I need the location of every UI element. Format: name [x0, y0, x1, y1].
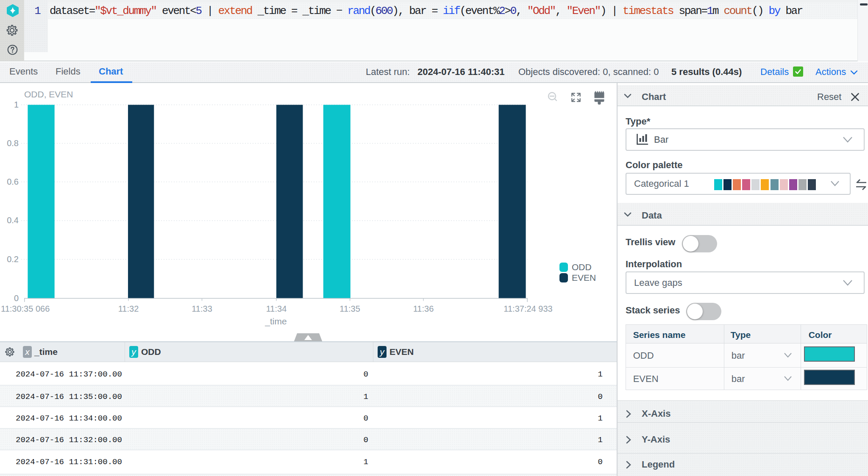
svg-text:11:33: 11:33	[192, 304, 212, 313]
svg-text:11:36: 11:36	[413, 304, 434, 313]
svg-text:0.4: 0.4	[7, 216, 19, 225]
svg-text:11:30:35 066: 11:30:35 066	[1, 304, 50, 313]
svg-text:0.6: 0.6	[7, 177, 19, 186]
svg-text:ODD: ODD	[572, 262, 592, 272]
svg-text:1: 1	[14, 100, 19, 109]
svg-text:_time: _time	[264, 316, 287, 327]
svg-text:11:32: 11:32	[118, 304, 139, 313]
svg-text:0: 0	[14, 293, 19, 303]
svg-text:11:35: 11:35	[339, 304, 360, 313]
svg-text:0.2: 0.2	[7, 255, 19, 264]
svg-text:11:34: 11:34	[266, 304, 287, 313]
svg-text:EVEN: EVEN	[572, 273, 596, 282]
svg-text:0.8: 0.8	[7, 138, 19, 148]
svg-text:ODD, EVEN: ODD, EVEN	[24, 89, 73, 99]
svg-text:11:37:24 933: 11:37:24 933	[504, 304, 552, 313]
